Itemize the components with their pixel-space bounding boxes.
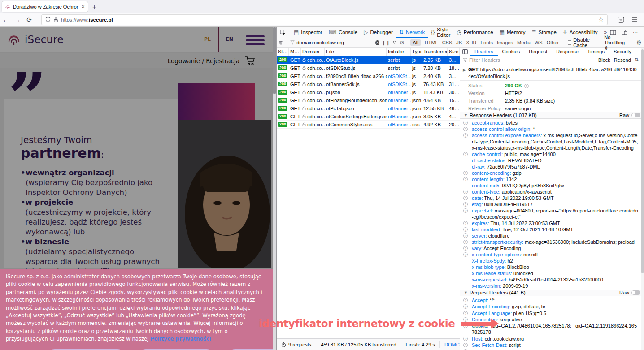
devtools-tab-console[interactable]: ⌨Console <box>326 27 361 38</box>
initiator-value[interactable]: otBanner… <box>388 90 411 95</box>
disable-cache-checkbox[interactable] <box>568 40 571 45</box>
header-row[interactable]: ?etag: 0x8D98D8F4F819517 <box>460 201 644 207</box>
help-icon[interactable]: ? <box>463 227 468 232</box>
column-header-initiator[interactable]: Initiator <box>387 48 411 56</box>
privacy-policy-link[interactable]: Polityce prywatności <box>150 336 211 342</box>
url-text[interactable]: https://www.isecure.pl <box>61 17 596 22</box>
initiator-value[interactable]: otBanner… <box>388 122 411 127</box>
raw-toggle[interactable] <box>631 290 640 295</box>
initiator-value[interactable]: otSDKSt… <box>388 82 411 87</box>
search-icon[interactable] <box>393 40 397 45</box>
help-icon[interactable]: ? <box>463 240 468 244</box>
header-row[interactable]: ?Accept-Encoding: gzip, deflate, br <box>460 303 644 310</box>
type-filter-html[interactable]: HTML <box>425 40 438 45</box>
header-row[interactable]: ?access-control-expose-headers: x-ms-req… <box>460 132 644 151</box>
table-row[interactable]: 200GETcdn.co…pl.jsonotBanner…js11.43 KB3… <box>277 88 460 96</box>
details-tab-cookies[interactable]: Cookies <box>498 48 525 56</box>
help-icon[interactable]: ? <box>463 133 468 138</box>
column-header-type[interactable]: Type <box>411 48 422 56</box>
tab-close-icon[interactable]: ✕ <box>81 4 85 9</box>
help-icon[interactable]: ? <box>463 152 468 156</box>
type-filter-all[interactable]: All <box>410 39 420 46</box>
help-icon[interactable]: ? <box>463 311 468 315</box>
header-row[interactable]: ?Sec-Fetch-Dest: script <box>460 342 644 348</box>
header-row[interactable]: ?expect-ct: max-age=604800, report-uri="… <box>460 207 644 220</box>
pause-traffic-icon[interactable]: ❙❙ <box>382 40 391 45</box>
header-row[interactable]: ?content-encoding: gzip <box>460 170 644 176</box>
header-row[interactable]: content-md5: ISVHQDp8yLpS5h8SniPgIw== <box>460 182 644 189</box>
header-row[interactable]: ?content-type: application/x-javascript <box>460 189 644 195</box>
resend-button[interactable]: Resend <box>614 57 631 63</box>
devtools-tab-style-editor[interactable]: {}Style Editor <box>428 27 453 38</box>
pocket-icon[interactable] <box>618 17 624 23</box>
url-bar[interactable]: https://www.isecure.pl ☆ <box>41 14 608 25</box>
header-row[interactable]: cf-cache-status: REVALIDATED <box>460 157 644 164</box>
help-icon[interactable]: ? <box>524 84 529 88</box>
type-filter-ws[interactable]: WS <box>535 40 543 45</box>
type-filter-images[interactable]: Images <box>497 40 513 45</box>
column-header-domain[interactable]: Domain <box>301 48 325 56</box>
initiator-value[interactable]: otBanner… <box>388 114 411 119</box>
type-filter-other[interactable]: Other <box>547 40 559 45</box>
header-row[interactable]: ?server: cloudflare <box>460 233 644 239</box>
type-filter-media[interactable]: Media <box>517 40 531 45</box>
help-icon[interactable]: ? <box>463 121 468 125</box>
header-row[interactable]: x-ms-version: 2009-09-19 <box>460 283 644 289</box>
table-row[interactable]: 200GETcdn.co…otFloatingRoundedIcon.jsono… <box>277 96 460 104</box>
header-row[interactable]: x-ms-request-id: b4952d0e-a01e-0014-2132… <box>460 277 644 283</box>
url-filter-input[interactable] <box>296 40 373 45</box>
table-row[interactable]: 200GETcdn.co…OtAutoBlock.jsscriptjs2.35 … <box>277 56 460 64</box>
forward-icon[interactable]: → <box>12 16 23 23</box>
clear-requests-trash-icon[interactable] <box>279 40 283 45</box>
column-header-transferred[interactable]: Transferred <box>422 48 448 56</box>
type-filter-js[interactable]: JS <box>456 40 462 45</box>
header-row[interactable]: X-Firefox-Spdy: h2 <box>460 258 644 264</box>
devtools-tab-inspector[interactable]: ▤Inspector <box>291 27 326 38</box>
type-filter-css[interactable]: CSS <box>442 40 453 45</box>
help-icon[interactable]: ? <box>463 304 468 309</box>
pick-element-button[interactable] <box>277 27 289 38</box>
block-url-button[interactable]: Block <box>598 57 610 63</box>
header-row[interactable]: x-ms-lease-status: unlocked <box>460 270 644 277</box>
details-scrollbar-thumb[interactable] <box>641 49 644 273</box>
block-request-icon[interactable]: ⊘ <box>400 39 404 46</box>
network-settings-gear-icon[interactable]: ⚙ <box>636 39 642 46</box>
page-scrollbar[interactable] <box>273 27 276 350</box>
devtools-tab-debugger[interactable]: ▷Debugger <box>361 27 396 38</box>
header-row[interactable]: x-ms-blob-type: BlockBlob <box>460 264 644 270</box>
raw-toggle[interactable] <box>631 113 640 117</box>
clear-filter-icon[interactable]: ✕ <box>375 40 379 45</box>
devtools-tab-network[interactable]: ⇅Network <box>396 27 428 38</box>
devtools-tab-accessibility[interactable]: ✛Accessibility <box>560 27 601 38</box>
header-row[interactable]: ?accept-ranges: bytes <box>460 120 644 126</box>
table-row[interactable]: 200GETcdn.co…f2890bc8-88eb-4bac-a266-df9… <box>277 72 460 80</box>
browser-tab[interactable]: Doradztwo w Zakresie Ochrony Danych ✕ <box>2 1 88 12</box>
column-header-m[interactable]: M… <box>289 48 301 56</box>
help-icon[interactable]: ? <box>463 252 468 257</box>
back-icon[interactable]: ← <box>0 16 12 23</box>
header-row[interactable]: ?x-content-type-options: nosniff <box>460 251 644 258</box>
help-icon[interactable]: ? <box>463 233 468 238</box>
lock-icon[interactable] <box>53 17 58 22</box>
column-header-st[interactable]: St… <box>277 48 289 56</box>
header-row[interactable]: ?Host: cdn.cookielaw.org <box>460 336 644 342</box>
header-row[interactable]: ?Accept-Language: pl,en-US;q=0.5 <box>460 310 644 316</box>
header-row[interactable]: cf-ray: 72ac80f79f5a7b87-DME <box>460 164 644 170</box>
shield-icon[interactable] <box>45 17 51 22</box>
details-tab-security[interactable]: Security <box>609 48 636 56</box>
details-tab-timings[interactable]: Timings <box>583 48 609 56</box>
details-tab-response[interactable]: Response <box>552 48 583 56</box>
header-row[interactable]: ?access-control-allow-origin: * <box>460 126 644 132</box>
initiator-value[interactable]: otBanner… <box>388 106 411 111</box>
initiator-value[interactable]: otBanner… <box>388 98 411 103</box>
details-panel-icon[interactable] <box>460 49 470 54</box>
help-icon[interactable]: ? <box>463 208 468 213</box>
devtools-tab-memory[interactable]: ▦Memory <box>496 27 529 38</box>
table-row[interactable]: 200GETcdn.co…otCommonStyles.cssotBanner…… <box>277 121 460 129</box>
table-row[interactable]: 200GETcdn.co…otSDKStub.jsscriptjs7.28 KB… <box>277 64 460 72</box>
disable-cache-option[interactable]: Disable Cache <box>568 37 597 48</box>
header-row[interactable]: ?expires: Thu, 14 Jul 2022 23:00:53 GMT <box>460 220 644 226</box>
domcontentloaded-time[interactable]: DOMContentLoaded: <box>440 341 460 348</box>
help-icon[interactable]: ? <box>463 190 468 194</box>
help-icon[interactable]: ? <box>463 127 468 131</box>
